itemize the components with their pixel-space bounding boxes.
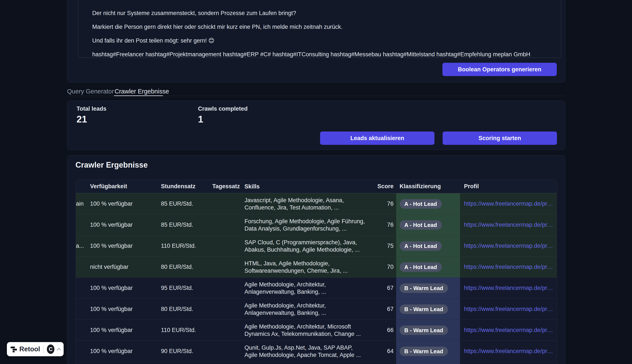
results-table: Verfügbarkeit Stundensatz Tagessatz Skil… <box>76 180 557 364</box>
cell-skills: Qunit, Gulp.Js, Asp.Net, Java, SAP ABAP,… <box>244 341 366 362</box>
table-row[interactable]: nicht verfügbar 80 EUR/Std. HTML, Java, … <box>76 256 557 278</box>
cell-score: 76 <box>366 194 396 214</box>
cell-availability: 100 % verfügbar <box>90 299 161 320</box>
crawls-completed-value: 1 <box>198 114 248 125</box>
classification-badge: A - Hot Lead <box>400 262 442 272</box>
post-line-1: Der nicht nur Systeme zusammensteckt, so… <box>92 10 296 16</box>
cell-score: 66 <box>366 320 396 340</box>
scoring-starten-button[interactable]: Scoring starten <box>443 132 557 145</box>
tab-query-generator[interactable]: Query Generator <box>67 88 114 95</box>
col-header-stundensatz[interactable]: Stundensatz <box>161 183 212 190</box>
cell-availability: 100 % verfügbar <box>90 194 161 214</box>
cell-availability: 100 % verfügbar <box>90 214 161 235</box>
table-row[interactable]: a... 100 % verfügbar 110 EUR/Std. SAP Cl… <box>76 235 557 256</box>
retool-editor-badge[interactable]: Retool C <box>7 342 64 356</box>
cell-classification: B - Warm Lead <box>396 341 460 362</box>
profile-link[interactable]: https://www.freelancermap.de/pr… <box>464 348 553 354</box>
classification-badge: A - Hot Lead <box>400 199 442 209</box>
col-header-skills[interactable]: Skills <box>244 183 366 190</box>
cell-score: 64 <box>366 341 396 362</box>
classification-badge: A - Hot Lead <box>400 220 442 230</box>
cell-availability: nicht verfügbar <box>90 256 161 278</box>
cell-name-fragment <box>76 256 90 278</box>
cell-skills: Forschung, Agile Methodologie, Agile Füh… <box>244 214 366 235</box>
col-header-score[interactable]: Score <box>366 183 396 190</box>
cell-name-fragment: a... <box>76 236 90 256</box>
cell-hourly-rate: 80 EUR/Std. <box>161 256 212 278</box>
classification-badge: B - Warm Lead <box>400 304 448 314</box>
post-text-area[interactable]: Der nicht nur Systeme zusammensteckt, so… <box>78 0 561 58</box>
table-row[interactable]: 100 % verfügbar 80 EUR/Std. Agile Method… <box>76 298 557 320</box>
generate-boolean-operators-button[interactable]: Boolean Operators generieren <box>442 63 557 76</box>
cell-profile: https://www.freelancermap.de/pr… <box>460 320 557 340</box>
classification-badge: B - Warm Lead <box>400 284 448 293</box>
retool-brand-label: Retool <box>19 345 40 353</box>
crawler-results-card: Crawler Ergebnisse Verfügbarkeit Stunden… <box>67 155 565 364</box>
profile-link[interactable]: https://www.freelancermap.de/pr… <box>464 264 553 270</box>
cell-name-fragment <box>76 320 90 340</box>
profile-link[interactable]: https://www.freelancermap.de/pr… <box>464 306 553 312</box>
cell-profile: https://www.freelancermap.de/pr… <box>460 236 557 256</box>
cell-hourly-rate: 80 EUR/Std. <box>161 299 212 320</box>
cell-daily-rate <box>212 194 244 214</box>
cell-name-fragment <box>76 341 90 362</box>
table-row[interactable]: ain 100 % verfügbar 85 EUR/Std. Javascri… <box>76 193 557 214</box>
cell-classification: B - Warm Lead <box>396 278 460 298</box>
cell-hourly-rate: 95 EUR/Std. <box>161 278 212 298</box>
tab-crawler-ergebnisse[interactable]: Crawler Ergebnisse <box>115 88 169 95</box>
cell-skills: Javascript, Agile Methodologie, Asana, C… <box>244 194 366 214</box>
col-header-profil[interactable]: Profil <box>460 183 557 190</box>
cell-profile: https://www.freelancermap.de/pr… <box>460 278 557 298</box>
cell-profile: https://www.freelancermap.de/pr… <box>460 256 557 278</box>
table-header-row: Verfügbarkeit Stundensatz Tagessatz Skil… <box>76 180 557 193</box>
cell-classification: A - Hot Lead <box>396 236 460 256</box>
post-line-3: Und falls ihr den Post teilen mögt: sehr… <box>92 37 214 44</box>
table-row[interactable]: 100 % verfügbar 85 EUR/Std. Forschung, A… <box>76 214 557 235</box>
badge-divider <box>43 345 44 353</box>
cell-name-fragment: ain <box>76 194 90 214</box>
table-row[interactable]: 100 % verfügbar 90 EUR/Std. Qunit, Gulp.… <box>76 340 557 362</box>
col-header-tagessatz[interactable]: Tagessatz <box>212 183 244 190</box>
profile-link[interactable]: https://www.freelancermap.de/pr… <box>464 200 553 207</box>
cell-availability: 100 % verfügbar <box>90 320 161 340</box>
classification-badge: B - Warm Lead <box>400 346 448 356</box>
col-header-klassifizierung[interactable]: Klassifizierung <box>396 183 460 190</box>
post-card: Der nicht nur Systeme zusammensteckt, so… <box>67 0 565 82</box>
cell-score: 67 <box>366 278 396 298</box>
cell-daily-rate <box>212 299 244 320</box>
cell-daily-rate <box>212 256 244 278</box>
profile-link[interactable]: https://www.freelancermap.de/pr… <box>464 327 553 334</box>
total-leads-value: 21 <box>77 114 106 125</box>
cell-score: 76 <box>366 214 396 235</box>
table-row[interactable]: 100 % verfügbar 110 EUR/Std. Agile Metho… <box>76 320 557 340</box>
stats-card: Total leads 21 Crawls completed 1 Leads … <box>67 100 565 150</box>
cell-daily-rate <box>212 214 244 235</box>
cell-hourly-rate: 85 EUR/Std. <box>161 214 212 235</box>
cell-profile: https://www.freelancermap.de/pr… <box>460 214 557 235</box>
cell-availability: 100 % verfügbar <box>90 278 161 298</box>
cell-score: 70 <box>366 256 396 278</box>
cell-hourly-rate: 110 EUR/Std. <box>161 236 212 256</box>
avatar[interactable]: C <box>47 344 54 354</box>
cell-profile: https://www.freelancermap.de/pr… <box>460 299 557 320</box>
cell-daily-rate <box>212 341 244 362</box>
profile-link[interactable]: https://www.freelancermap.de/pr… <box>464 242 553 249</box>
classification-badge: A - Hot Lead <box>400 241 442 251</box>
stat-total-leads: Total leads 21 <box>77 106 106 125</box>
cell-score: 67 <box>366 299 396 320</box>
classification-badge: B - Warm Lead <box>400 326 448 335</box>
profile-link[interactable]: https://www.freelancermap.de/pr… <box>464 285 553 291</box>
table-row[interactable]: 100 % verfügbar 95 EUR/Std. Agile Method… <box>76 278 557 298</box>
cell-daily-rate <box>212 320 244 340</box>
table-row-partial[interactable] <box>76 362 557 364</box>
leads-aktualisieren-button[interactable]: Leads aktualisieren <box>320 132 434 145</box>
cell-availability: 100 % verfügbar <box>90 341 161 362</box>
profile-link[interactable]: https://www.freelancermap.de/pr… <box>464 222 553 228</box>
cell-score: 75 <box>366 236 396 256</box>
cell-daily-rate <box>212 236 244 256</box>
crawls-completed-label: Crawls completed <box>198 106 248 112</box>
chevron-up-icon[interactable] <box>57 348 61 352</box>
col-header-verfuegbarkeit[interactable]: Verfügbarkeit <box>90 183 161 190</box>
cell-classification: B - Warm Lead <box>396 320 460 340</box>
cell-skills: SAP Cloud, C (Programmiersprache), Java,… <box>244 236 366 256</box>
